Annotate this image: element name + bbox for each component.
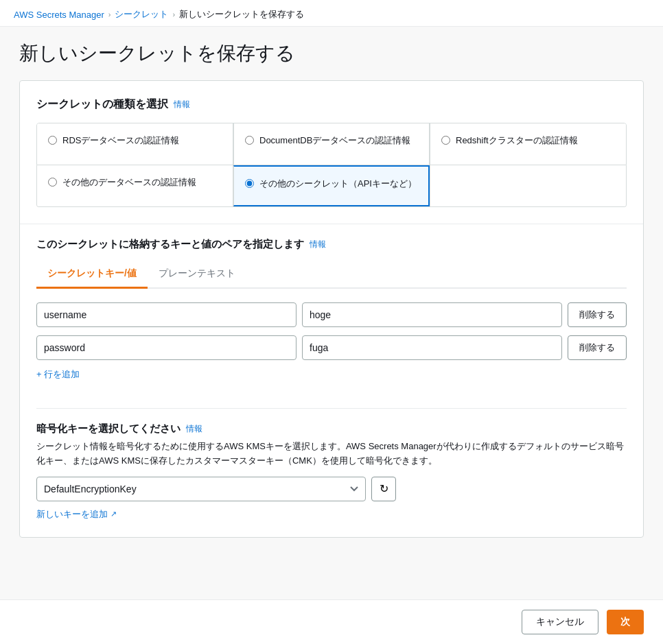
radio-redshift-label: Redshiftクラスターの認証情報	[456, 134, 578, 147]
refresh-button[interactable]: ↻	[371, 477, 396, 501]
radio-option-rds[interactable]: RDSデータベースの認証情報	[37, 123, 233, 165]
encryption-title: 暗号化キーを選択してください 情報	[36, 422, 627, 436]
page-title: 新しいシークレットを保存する	[19, 40, 644, 67]
kv-delete-2[interactable]: 削除する	[568, 335, 627, 360]
breadcrumb: AWS Secrets Manager › シークレット › 新しいシークレット…	[0, 0, 663, 27]
main-card: シークレットの種類を選択 情報 RDSデータベースの認証情報 DocumentD…	[19, 80, 644, 538]
breadcrumb-chevron-2: ›	[172, 10, 175, 19]
kv-delete-1[interactable]: 削除する	[568, 302, 627, 327]
new-key-link[interactable]: 新しいキーを追加 ↗	[36, 508, 117, 521]
radio-rds[interactable]	[48, 136, 57, 145]
kv-section-title: このシークレットに格納するキーと値のペアを指定します 情報	[36, 238, 627, 251]
external-link-icon: ↗	[110, 510, 117, 518]
kv-row-1: 削除する	[36, 302, 627, 327]
kv-value-2[interactable]	[302, 335, 562, 360]
secret-type-info-link[interactable]: 情報	[174, 99, 190, 110]
radio-grid-row2: その他のデータベースの認証情報 その他のシークレット（APIキーなど）	[36, 165, 627, 207]
radio-option-empty	[430, 165, 626, 206]
radio-option-other-db[interactable]: その他のデータベースの認証情報	[37, 165, 233, 206]
encryption-description: シークレット情報を暗号化するために使用するAWS KMSキーを選択します。AWS…	[36, 440, 627, 468]
kv-row-2: 削除する	[36, 335, 627, 360]
breadcrumb-aws-secrets-manager[interactable]: AWS Secrets Manager	[14, 10, 104, 20]
radio-other-db-label: その他のデータベースの認証情報	[62, 176, 196, 189]
page-container: 新しいシークレットを保存する シークレットの種類を選択 情報 RDSデータベース…	[0, 27, 663, 593]
next-button[interactable]: 次	[607, 610, 644, 634]
radio-documentdb[interactable]	[245, 136, 254, 145]
kv-section-info-link[interactable]: 情報	[310, 239, 326, 250]
tabs: シークレットキー/値 プレーンテキスト	[36, 262, 627, 289]
breadcrumb-current: 新しいシークレットを保存する	[179, 8, 304, 21]
kv-key-1[interactable]	[36, 302, 296, 327]
footer-bar: キャンセル 次	[0, 599, 663, 644]
radio-option-other-secret[interactable]: その他のシークレット（APIキーなど）	[233, 165, 430, 206]
radio-rds-label: RDSデータベースの認証情報	[62, 134, 179, 147]
tab-kv[interactable]: シークレットキー/値	[36, 262, 148, 289]
radio-redshift[interactable]	[441, 136, 450, 145]
breadcrumb-chevron-1: ›	[108, 10, 111, 19]
encryption-info-link[interactable]: 情報	[186, 423, 202, 435]
cancel-button[interactable]: キャンセル	[522, 610, 598, 634]
section-divider-1	[20, 224, 643, 224]
breadcrumb-secrets[interactable]: シークレット	[115, 8, 168, 21]
radio-other-db[interactable]	[48, 178, 57, 187]
secret-type-section-title: シークレットの種類を選択 情報	[36, 97, 627, 112]
radio-option-redshift[interactable]: Redshiftクラスターの認証情報	[430, 123, 626, 165]
radio-other-secret[interactable]	[245, 179, 254, 188]
radio-option-documentdb[interactable]: DocumentDBデータベースの認証情報	[233, 123, 430, 165]
kv-key-2[interactable]	[36, 335, 296, 360]
add-row-link[interactable]: + 行を追加	[36, 368, 80, 381]
refresh-icon: ↻	[380, 482, 388, 495]
kv-value-1[interactable]	[302, 302, 562, 327]
encryption-section: 暗号化キーを選択してください 情報 シークレット情報を暗号化するために使用するA…	[36, 408, 627, 521]
tab-plaintext[interactable]: プレーンテキスト	[148, 262, 246, 289]
radio-other-secret-label: その他のシークレット（APIキーなど）	[259, 178, 417, 190]
radio-grid-row1: RDSデータベースの認証情報 DocumentDBデータベースの認証情報 Red…	[36, 123, 627, 165]
encryption-key-select[interactable]: DefaultEncryptionKey	[36, 477, 366, 501]
encryption-select-row: DefaultEncryptionKey ↻	[36, 477, 627, 501]
radio-documentdb-label: DocumentDBデータベースの認証情報	[259, 134, 410, 147]
